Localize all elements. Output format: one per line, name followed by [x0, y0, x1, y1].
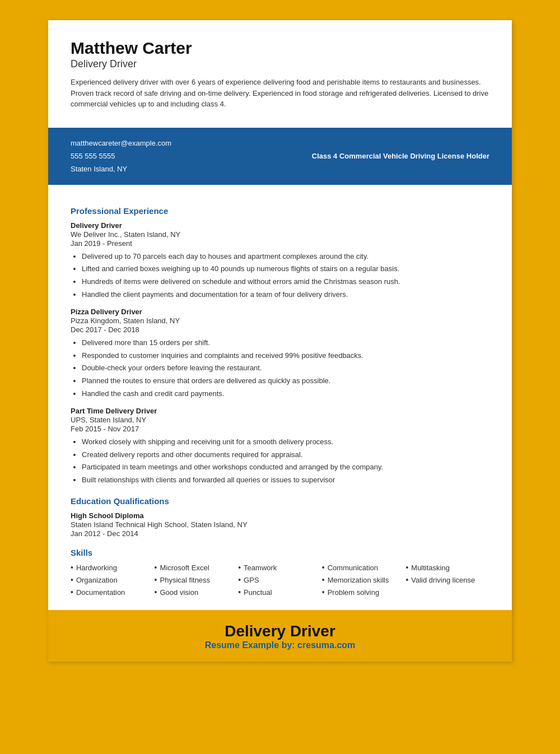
- job-3-bullet-4: Built relationships with clients and for…: [82, 474, 489, 486]
- job-1-bullet-3: Hundreds of items were delivered on sche…: [82, 276, 489, 288]
- job-2-bullet-1: Delivered more than 15 orders per shift.: [82, 337, 489, 349]
- job-1: Delivery Driver We Deliver Inc., Staten …: [71, 221, 489, 301]
- job-1-company: We Deliver Inc., Staten Island, NY: [71, 230, 489, 239]
- job-3-bullet-3: Participated in team meetings and other …: [82, 462, 489, 473]
- skill-7: Physical fitness: [155, 575, 239, 584]
- job-3-bullets: Worked closely with shipping and receivi…: [71, 436, 489, 486]
- skill-4: Communication: [322, 563, 406, 572]
- contact-credential: Class 4 Commercial Vehicle Driving Licen…: [312, 152, 489, 160]
- candidate-title: Delivery Driver: [71, 58, 489, 70]
- job-3-bullet-2: Created delivery reports and other docum…: [82, 449, 489, 461]
- job-3-title: Part Time Delivery Driver: [71, 407, 489, 415]
- education-section-title: Education Qualifications: [71, 496, 489, 506]
- job-1-bullet-1: Delivered up to 70 parcels each day to h…: [82, 251, 489, 263]
- contact-bar: matthewcareter@example.com 555 555 5555 …: [48, 128, 512, 185]
- page-wrapper: Matthew Carter Delivery Driver Experienc…: [39, 11, 521, 671]
- job-1-dates: Jan 2019 - Present: [71, 239, 489, 248]
- experience-section-title: Professional Experience: [71, 206, 489, 216]
- job-3-dates: Feb 2015 - Nov 2017: [71, 425, 489, 433]
- job-3-bullet-1: Worked closely with shipping and receivi…: [82, 436, 489, 448]
- skill-9: Memorization skills: [322, 575, 406, 584]
- skill-14: Problem solving: [322, 588, 406, 597]
- job-1-title: Delivery Driver: [71, 221, 489, 230]
- job-2-bullet-2: Responded to customer inquiries and comp…: [82, 350, 489, 362]
- job-2: Pizza Delivery Driver Pizza Kingdom, Sta…: [71, 308, 489, 400]
- resume-top: Matthew Carter Delivery Driver Experienc…: [48, 20, 512, 119]
- skills-section-title: Skills: [71, 548, 489, 557]
- resume-card: Matthew Carter Delivery Driver Experienc…: [48, 20, 512, 662]
- job-3-company: UPS, Staten Island, NY: [71, 416, 489, 424]
- job-2-bullets: Delivered more than 15 orders per shift.…: [71, 337, 489, 400]
- job-1-bullet-2: Lifted and carried boxes weighing up to …: [82, 263, 489, 275]
- skill-5: Multitasking: [405, 563, 489, 572]
- skills-grid: Hardworking Microsoft Excel Teamwork Com…: [71, 563, 489, 597]
- education-1-school: Staten Island Technical High School, Sta…: [71, 520, 489, 529]
- footer-banner: Delivery Driver Resume Example by: cresu…: [48, 610, 512, 662]
- contact-location: Staten Island, NY: [71, 162, 171, 175]
- job-2-company: Pizza Kingdom, Staten Island, NY: [71, 317, 489, 325]
- skill-8: GPS: [238, 575, 322, 584]
- job-1-bullet-4: Handled the client payments and document…: [82, 289, 489, 301]
- job-2-bullet-3: Double-check your orders before leaving …: [82, 362, 489, 374]
- job-2-bullet-4: Planned the routes to ensure that orders…: [82, 375, 489, 387]
- skill-3: Teamwork: [238, 563, 322, 572]
- skill-10: Valid driving license: [405, 575, 489, 584]
- skill-1: Hardworking: [71, 563, 155, 572]
- job-2-bullet-5: Handled the cash and credit card payment…: [82, 388, 489, 400]
- job-2-title: Pizza Delivery Driver: [71, 308, 489, 316]
- contact-email: matthewcareter@example.com: [71, 137, 171, 150]
- skill-2: Microsoft Excel: [155, 563, 239, 572]
- job-1-bullets: Delivered up to 70 parcels each day to h…: [71, 251, 489, 301]
- resume-body: Professional Experience Delivery Driver …: [48, 185, 512, 610]
- summary-text: Experienced delivery driver with over 6 …: [71, 77, 489, 110]
- job-3: Part Time Delivery Driver UPS, Staten Is…: [71, 407, 489, 486]
- education-1: High School Diploma Staten Island Techni…: [71, 511, 489, 538]
- education-1-degree: High School Diploma: [71, 511, 489, 520]
- footer-title: Delivery Driver: [59, 622, 501, 640]
- skill-6: Organization: [71, 575, 155, 584]
- footer-subtitle: Resume Example by: cresuma.com: [59, 640, 501, 650]
- skill-13: Punctual: [238, 588, 322, 597]
- job-2-dates: Dec 2017 - Dec 2018: [71, 325, 489, 334]
- contact-left: matthewcareter@example.com 555 555 5555 …: [71, 137, 171, 176]
- skill-11: Documentation: [71, 588, 155, 597]
- candidate-name: Matthew Carter: [71, 38, 489, 58]
- contact-phone: 555 555 5555: [71, 150, 171, 162]
- footer-brand: cresuma.com: [297, 640, 355, 650]
- education-1-dates: Jan 2012 - Dec 2014: [71, 529, 489, 538]
- skill-12: Good vision: [155, 588, 239, 597]
- footer-subtitle-text: Resume Example by:: [205, 640, 295, 650]
